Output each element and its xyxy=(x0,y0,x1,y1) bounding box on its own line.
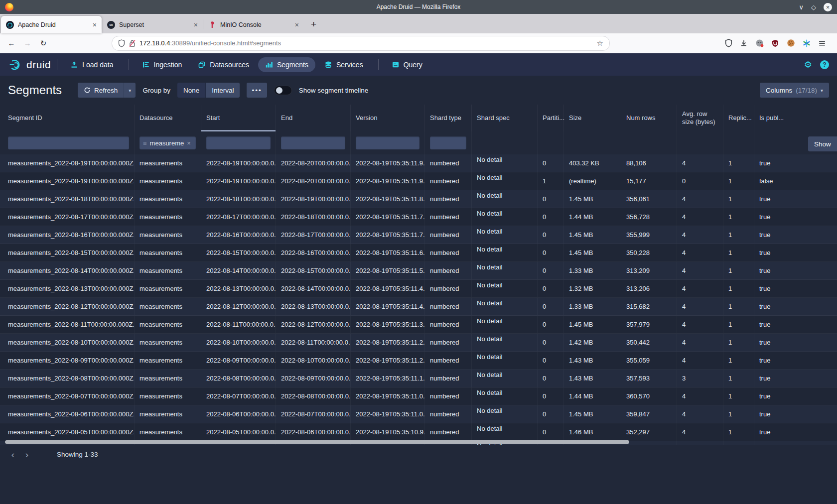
settings-gear-icon[interactable]: ⚙ xyxy=(804,60,812,69)
column-header[interactable]: Version xyxy=(351,105,425,131)
previous-page-button[interactable]: ‹ xyxy=(6,450,20,459)
downloads-icon[interactable] xyxy=(740,39,748,47)
segment-timeline-toggle[interactable] xyxy=(274,86,292,95)
protections-shield-icon[interactable] xyxy=(725,39,732,47)
table-cell: 2022-08-14T00:00:00.0... xyxy=(276,280,351,297)
tag-remove-icon[interactable]: × xyxy=(187,139,191,147)
nav-item-datasources[interactable]: Datasources xyxy=(191,57,256,72)
shard-type-filter-input[interactable] xyxy=(430,136,466,149)
columns-button[interactable]: Columns (17/18) ▾ xyxy=(760,83,829,98)
column-header[interactable]: Segment ID xyxy=(0,105,135,131)
table-cell: 356,061 xyxy=(621,190,677,208)
column-header[interactable]: Size xyxy=(564,105,621,131)
table-cell: 2022-08-19T00:00:00.0... xyxy=(276,190,351,208)
table-cell: measurements xyxy=(135,262,201,279)
next-page-button[interactable]: › xyxy=(20,450,34,459)
table-cell: 1.45 MB xyxy=(564,244,621,261)
table-cell: 1 xyxy=(723,387,754,405)
column-header[interactable]: Shard type xyxy=(425,105,472,131)
table-cell: 4 xyxy=(677,154,723,172)
table-cell: 2022-08-06T00:00:00.0... xyxy=(201,405,276,423)
nav-item-label: Load data xyxy=(82,61,113,69)
table-cell: 356,728 xyxy=(621,208,677,226)
extension-mask-icon[interactable] xyxy=(755,39,764,47)
table-cell: measurements_2022-08-19T00:00:00.000Z... xyxy=(0,154,135,172)
druid-logo[interactable]: druid xyxy=(8,58,51,72)
tab-apache-druid[interactable]: Apache Druid × xyxy=(1,16,102,33)
table-row: measurements_2022-08-07T00:00:00.000Z...… xyxy=(0,387,837,405)
group-by-interval-button[interactable]: Interval xyxy=(206,83,240,98)
table-cell: 352,297 xyxy=(621,423,677,441)
table-cell: 4 xyxy=(677,316,723,333)
tab-close-icon[interactable]: × xyxy=(93,21,97,29)
column-header[interactable]: Start xyxy=(201,105,276,131)
column-header[interactable]: Datasource xyxy=(135,105,201,131)
table-cell: numbered xyxy=(425,280,472,297)
table-cell: 0 xyxy=(538,190,564,208)
nav-item-services[interactable]: Services xyxy=(317,57,370,72)
extension-asterisk-icon[interactable] xyxy=(803,39,811,47)
segment-id-filter-input[interactable] xyxy=(8,136,129,149)
nav-item-label: Ingestion xyxy=(154,61,182,69)
table-cell: 0 xyxy=(538,154,564,172)
table-cell: measurements_2022-08-10T00:00:00.000Z... xyxy=(0,334,135,351)
refresh-dropdown-button[interactable]: ▾ xyxy=(124,83,136,98)
insecure-lock-icon[interactable] xyxy=(129,39,136,47)
help-icon[interactable]: ? xyxy=(820,60,829,69)
bookmark-star-icon[interactable]: ☆ xyxy=(597,39,603,48)
table-cell: measurements xyxy=(135,190,201,208)
tab-title: MinIO Console xyxy=(220,21,262,28)
nav-item-query[interactable]: Query xyxy=(385,57,429,72)
column-header[interactable]: Replic... xyxy=(723,105,754,131)
tab-close-icon[interactable]: × xyxy=(194,21,198,29)
menu-hamburger-icon[interactable] xyxy=(818,39,826,47)
end-filter-input[interactable] xyxy=(281,136,345,149)
tab-close-icon[interactable]: × xyxy=(295,21,299,29)
minimize-button[interactable]: ∨ xyxy=(799,4,804,10)
close-button[interactable]: × xyxy=(824,3,832,11)
horizontal-scrollbar[interactable] xyxy=(5,440,629,444)
url-bar[interactable]: 172.18.0.4:30899/unified-console.html#se… xyxy=(112,36,610,51)
nav-item-segments[interactable]: Segments xyxy=(258,57,315,72)
column-header[interactable]: End xyxy=(276,105,351,131)
cookie-icon[interactable] xyxy=(787,39,795,47)
datasource-filter-input[interactable]: ≡ measureme × xyxy=(140,136,196,149)
nav-item-load-data[interactable]: Load data xyxy=(63,57,120,72)
table-cell: No detail xyxy=(472,334,538,351)
forward-button[interactable]: → xyxy=(21,39,34,47)
table-cell: 3 xyxy=(677,370,723,387)
group-by-none-button[interactable]: None xyxy=(177,83,206,98)
column-header[interactable]: Num rows xyxy=(621,105,677,131)
table-cell: 1 xyxy=(723,370,754,387)
show-filter-button[interactable]: Show xyxy=(808,136,837,151)
refresh-button[interactable]: Refresh xyxy=(78,83,124,98)
back-button[interactable]: ← xyxy=(5,39,18,47)
table-cell: 0 xyxy=(538,280,564,297)
ublock-icon[interactable] xyxy=(771,39,779,47)
table-cell: 2022-08-19T05:35:11.8... xyxy=(351,190,425,208)
table-row: measurements_2022-08-12T00:00:00.000Z...… xyxy=(0,298,837,316)
maximize-button[interactable]: ◇ xyxy=(811,4,816,10)
tab-minio-console[interactable]: MinIO Console × xyxy=(203,16,304,33)
table-filter-row: ≡ measureme × Show xyxy=(0,131,837,154)
column-header[interactable]: Partiti... xyxy=(538,105,564,131)
reload-button[interactable]: ↻ xyxy=(37,39,50,48)
version-filter-input[interactable] xyxy=(356,136,419,149)
chevron-down-icon: ▾ xyxy=(129,88,131,93)
column-header[interactable]: Shard spec xyxy=(472,105,538,131)
more-options-button[interactable]: ••• xyxy=(247,83,267,98)
table-cell: 2022-08-17T00:00:00.0... xyxy=(276,226,351,244)
nav-item-ingestion[interactable]: Ingestion xyxy=(135,57,189,72)
start-filter-input[interactable] xyxy=(206,136,271,149)
column-header[interactable]: Avg. row size (bytes) xyxy=(677,105,723,131)
table-cell: 0 xyxy=(538,423,564,441)
shield-permissions-icon[interactable] xyxy=(118,39,125,47)
table-cell: numbered xyxy=(425,352,472,369)
tab-superset[interactable]: ∞ Superset × xyxy=(102,16,203,33)
table-cell: 2022-08-18T00:00:00.0... xyxy=(276,208,351,226)
column-header[interactable]: Is publ... xyxy=(754,105,837,131)
table-cell: true xyxy=(754,316,837,333)
table-cell: measurements xyxy=(135,172,201,190)
new-tab-button[interactable]: + xyxy=(304,19,323,30)
table-cell: measurements_2022-08-11T00:00:00.000Z... xyxy=(0,316,135,333)
